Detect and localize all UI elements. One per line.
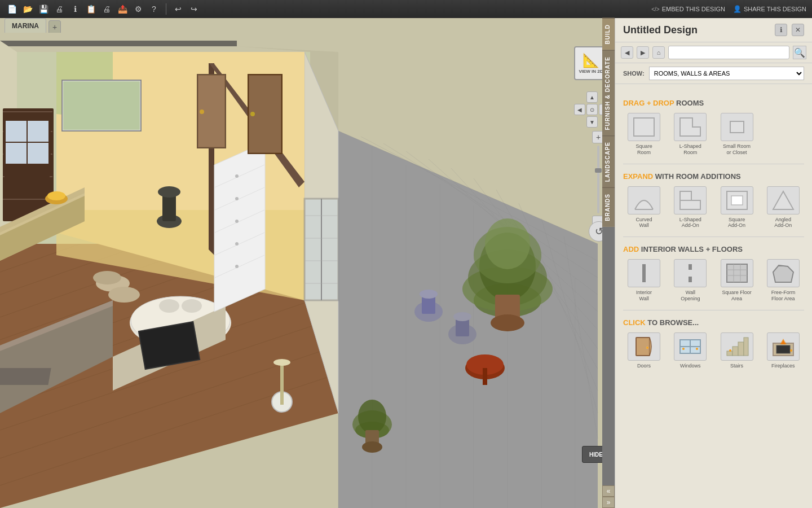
svg-point-68 xyxy=(159,299,179,313)
toolbar-left: 📄 📂 💾 🖨 ℹ 📋 🖨 📤 ⚙ ? ↩ ↪ xyxy=(6,3,200,15)
browse-items: Doors Windows xyxy=(623,332,804,369)
svg-marker-78 xyxy=(214,142,265,312)
svg-point-109 xyxy=(485,218,530,269)
small-room-item[interactable]: Small Roomor Closet xyxy=(716,113,758,156)
stairs-thumb xyxy=(721,332,753,361)
undo-icon[interactable]: ↩ xyxy=(172,3,184,15)
share-button[interactable]: 👤 SHARE THIS DESIGN xyxy=(733,5,806,13)
vtab-build[interactable]: BUILD xyxy=(602,18,615,50)
panel-info-button[interactable]: ℹ xyxy=(775,24,787,36)
svg-point-123 xyxy=(358,400,386,433)
svg-rect-133 xyxy=(730,121,744,133)
expand-items: CurvedWall L-ShapedAdd-On xyxy=(623,186,804,229)
panel-search-button[interactable]: 🔍 xyxy=(793,46,806,59)
svg-rect-74 xyxy=(0,368,51,385)
open-icon[interactable]: 📂 xyxy=(21,3,34,15)
svg-rect-131 xyxy=(634,118,654,136)
svg-point-87 xyxy=(235,242,239,246)
print-icon[interactable]: 🖨 xyxy=(53,3,65,15)
svg-point-166 xyxy=(790,349,792,352)
svg-rect-53 xyxy=(3,199,52,200)
square-floor-thumb xyxy=(721,259,753,287)
square-addon-item[interactable]: SquareAdd-On xyxy=(716,186,758,229)
doors-item[interactable]: Doors xyxy=(623,332,665,369)
print2-icon[interactable]: 🖨 xyxy=(100,3,113,15)
toolbar: 📄 📂 💾 🖨 ℹ 📋 🖨 📤 ⚙ ? ↩ ↪ </> EMBED THIS D… xyxy=(0,0,812,18)
freeform-floor-thumb xyxy=(767,259,800,287)
show-select[interactable]: ROOMS, WALLS & AREAS xyxy=(649,67,804,80)
canvas-area: 📐 VIEW IN 2D ▲ ◀ ⊙ ▶ ▼ + − ↺ HIDE xyxy=(0,18,615,508)
svg-point-156 xyxy=(696,348,698,350)
panel-search-input[interactable] xyxy=(668,46,789,59)
zoom-thumb[interactable] xyxy=(595,168,602,173)
svg-point-155 xyxy=(682,348,685,350)
export-icon[interactable]: 📤 xyxy=(116,3,129,15)
svg-marker-132 xyxy=(680,118,700,136)
collapse-up-button[interactable]: « xyxy=(602,485,615,497)
svg-marker-148 xyxy=(773,265,793,282)
curved-wall-thumb xyxy=(628,186,660,214)
panel-header-icons: ℹ ✕ xyxy=(775,24,804,36)
svg-point-84 xyxy=(235,174,239,178)
active-tab[interactable]: MARINA xyxy=(5,18,46,33)
curved-wall-item[interactable]: CurvedWall xyxy=(623,186,665,229)
svg-point-62 xyxy=(47,191,65,200)
l-room-thumb xyxy=(674,113,707,141)
angled-addon-item[interactable]: AngledAdd-On xyxy=(762,186,804,229)
vtab-landscape[interactable]: LANDSCAPE xyxy=(602,135,615,187)
windows-item[interactable]: Windows xyxy=(669,332,711,369)
panel-header: Untitled Design ℹ ✕ xyxy=(615,18,812,42)
room-illustration xyxy=(0,18,615,508)
vtab-furnish[interactable]: FURNISH & DECORATE xyxy=(602,50,615,136)
freeform-floor-item[interactable]: Free-FormFloor Area xyxy=(762,259,804,302)
svg-point-161 xyxy=(729,349,731,352)
square-room-item[interactable]: SquareRoom xyxy=(623,113,665,156)
interior-wall-item[interactable]: InteriorWall xyxy=(623,259,665,302)
fireplaces-item[interactable]: Fireplaces xyxy=(762,332,804,369)
vtab-search[interactable]: 🔍 xyxy=(602,227,615,508)
svg-rect-158 xyxy=(732,347,738,356)
nav-home-button[interactable]: ⊙ xyxy=(586,104,598,115)
nav-down-button[interactable]: ▼ xyxy=(586,116,598,128)
vtab-brands[interactable]: BRANDS xyxy=(602,187,615,227)
panel-back-button[interactable]: ◀ xyxy=(621,46,633,59)
new-file-icon[interactable]: 📄 xyxy=(6,3,18,15)
l-shaped-room-item[interactable]: L-ShapedRoom xyxy=(669,113,711,156)
wall-opening-thumb xyxy=(674,259,707,287)
tabs-bar: MARINA + xyxy=(0,18,61,33)
add-tab-button[interactable]: + xyxy=(48,20,61,33)
settings-icon[interactable]: ⚙ xyxy=(132,3,144,15)
l-shaped-addon-item[interactable]: L-ShapedAdd-On xyxy=(669,186,711,229)
nav-left-button[interactable]: ◀ xyxy=(574,104,585,115)
svg-point-91 xyxy=(158,186,180,198)
panel-home-button[interactable]: ⌂ xyxy=(652,46,665,59)
show-label: SHOW: xyxy=(623,70,645,77)
info-icon[interactable]: ℹ xyxy=(69,3,81,15)
svg-rect-159 xyxy=(738,342,744,356)
help-icon[interactable]: ? xyxy=(148,3,160,15)
svg-point-94 xyxy=(200,110,204,114)
save-icon[interactable]: 💾 xyxy=(37,3,50,15)
panel-content: DRAG + DROP ROOMS SquareRoom L-ShapedRoo… xyxy=(615,84,812,506)
panel-nav: ◀ ▶ ⌂ 🔍 xyxy=(615,42,812,63)
panel-forward-button[interactable]: ▶ xyxy=(637,46,649,59)
square-room-thumb xyxy=(628,113,660,141)
stairs-item[interactable]: Stairs xyxy=(716,332,758,369)
svg-rect-160 xyxy=(744,338,748,356)
svg-point-64 xyxy=(93,271,121,284)
svg-rect-127 xyxy=(280,362,284,405)
add-walls-items: InteriorWall WallOpening xyxy=(623,259,804,302)
side-panel: Untitled Design ℹ ✕ ◀ ▶ ⌂ 🔍 SHOW: ROOMS,… xyxy=(615,18,812,508)
panel-close-button[interactable]: ✕ xyxy=(792,24,804,36)
blueprint-icon: 📐 xyxy=(582,52,599,68)
svg-rect-149 xyxy=(636,338,650,356)
collapse-down-button[interactable]: » xyxy=(602,497,615,508)
wall-opening-item[interactable]: WallOpening xyxy=(669,259,711,302)
square-floor-item[interactable]: Square FloorArea xyxy=(716,259,758,302)
list-icon[interactable]: 📋 xyxy=(85,3,97,15)
nav-up-button[interactable]: ▲ xyxy=(586,91,598,103)
svg-marker-37 xyxy=(0,41,237,46)
redo-icon[interactable]: ↪ xyxy=(188,3,200,15)
svg-rect-130 xyxy=(63,81,140,130)
embed-button[interactable]: </> EMBED THIS DESIGN xyxy=(651,6,725,12)
